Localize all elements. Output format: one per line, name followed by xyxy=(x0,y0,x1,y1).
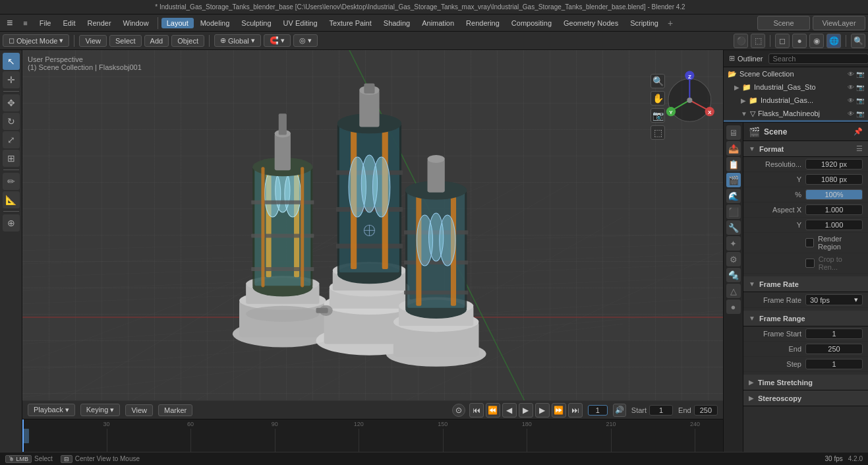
audio-toggle[interactable]: 🔊 xyxy=(613,404,626,417)
render-icon-0[interactable]: 📷 xyxy=(856,84,864,91)
frame-range-section-header[interactable]: ▼ Frame Range xyxy=(743,311,868,326)
aspect-x-value[interactable]: 1.000 xyxy=(805,204,863,215)
workspace-sculpting[interactable]: Sculpting xyxy=(236,18,276,28)
render-btn[interactable]: 🌐 xyxy=(826,34,841,48)
frame-rate-section-header[interactable]: ▼ Frame Rate xyxy=(743,276,868,292)
end-frame-value[interactable]: 250 xyxy=(694,405,718,416)
next-keyframe-button[interactable]: ⏩ xyxy=(552,403,566,418)
constraints-props-tab[interactable]: 🔩 xyxy=(726,268,741,282)
vis-icon-2[interactable]: 👁 xyxy=(848,110,854,117)
aspect-y-value[interactable]: 1.000 xyxy=(805,220,863,230)
render-region-checkbox[interactable] xyxy=(805,238,814,247)
workspace-uv-editing[interactable]: UV Editing xyxy=(278,18,323,28)
playback-menu[interactable]: Playback ▾ xyxy=(28,404,75,416)
jump-start-button[interactable]: ⏮ xyxy=(469,403,484,418)
props-pin-button[interactable]: 📌 xyxy=(854,127,863,136)
workspace-layout[interactable]: Layout xyxy=(161,18,194,28)
prev-keyframe-button[interactable]: ⏪ xyxy=(486,403,500,418)
scene-props-tab[interactable]: 🎬 xyxy=(726,173,741,187)
workspace-animation[interactable]: Animation xyxy=(417,18,459,28)
outliner-item-industrial-gas2[interactable]: ▶ 📁 Industrial_Gas... 👁 📷 xyxy=(724,94,868,107)
vis-icon-1[interactable]: 👁 xyxy=(848,97,854,104)
add-workspace-button[interactable]: + xyxy=(665,18,676,28)
physics-props-tab[interactable]: ⚙ xyxy=(726,252,741,266)
particles-props-tab[interactable]: ✦ xyxy=(726,236,741,251)
menu-edit[interactable]: File xyxy=(34,18,57,28)
view-layer-props-tab[interactable]: 📋 xyxy=(726,157,741,171)
outliner-render-icon[interactable]: 📷 xyxy=(856,71,864,78)
outliner-item-industrial-gas-sto[interactable]: ▶ 📁 Industrial_Gas_Sto 👁 📷 xyxy=(724,80,868,94)
outliner-visibility-icon[interactable]: 👁 xyxy=(848,71,854,78)
resolution-pct-value[interactable]: 100% xyxy=(805,189,863,200)
proportional-edit[interactable]: ◎ ▾ xyxy=(293,34,318,47)
xray-toggle[interactable]: ⬚ xyxy=(751,34,765,48)
workspace-scripting[interactable]: Scripting xyxy=(625,18,664,28)
object-menu[interactable]: Object xyxy=(171,35,204,47)
search-btn[interactable]: 🔍 xyxy=(851,34,865,48)
menu-blender[interactable]: ≡ xyxy=(3,17,16,29)
workspace-modeling[interactable]: Modeling xyxy=(195,18,235,28)
frame-start-value[interactable]: 1 xyxy=(805,328,863,339)
material-props-tab[interactable]: ● xyxy=(726,299,741,314)
data-props-tab[interactable]: △ xyxy=(726,284,741,298)
pan-icon[interactable]: ✋ xyxy=(651,91,665,106)
add-menu[interactable]: Add xyxy=(144,35,169,47)
mode-selector[interactable]: ◻ Object Mode ▾ xyxy=(3,34,69,47)
scale-tool[interactable]: ⤢ xyxy=(3,131,20,148)
workspace-geometry-nodes[interactable]: Geometry Nodes xyxy=(558,18,623,28)
marker-menu[interactable]: Marker xyxy=(158,404,192,416)
resolution-y-value[interactable]: 1080 px xyxy=(805,174,863,185)
cursor-tool[interactable]: ✛ xyxy=(3,71,20,88)
viewport-3d[interactable]: Z X Y xyxy=(22,50,723,400)
select-tool[interactable]: ↖ xyxy=(3,53,20,70)
menu-window[interactable]: Render xyxy=(82,18,116,28)
workspace-rendering[interactable]: Rendering xyxy=(461,18,505,28)
select-menu[interactable]: Select xyxy=(109,35,142,47)
frame-end-value[interactable]: 250 xyxy=(805,344,863,354)
scene-selector[interactable]: Scene xyxy=(757,16,810,30)
overlay-toggle[interactable]: ⚫ xyxy=(734,34,748,48)
render-icon[interactable]: ⬚ xyxy=(651,125,665,140)
render-icon-1[interactable]: 📷 xyxy=(856,97,864,104)
material-btn[interactable]: ◉ xyxy=(809,34,824,48)
playhead[interactable] xyxy=(22,419,24,452)
output-props-tab[interactable]: 📤 xyxy=(726,141,741,156)
menu-help[interactable]: Window xyxy=(118,18,154,28)
wireframe-btn[interactable]: ◻ xyxy=(775,34,790,48)
move-tool[interactable]: ✥ xyxy=(3,94,20,111)
view-menu[interactable]: View xyxy=(79,35,107,47)
modifier-props-tab[interactable]: 🔧 xyxy=(726,220,741,235)
time-stretching-header[interactable]: ▶ Time Stretching xyxy=(743,375,868,390)
transform-tool[interactable]: ⊞ xyxy=(3,150,20,167)
step-back-button[interactable]: ◀ xyxy=(502,403,517,418)
menu-file[interactable]: ≡ xyxy=(18,18,32,28)
snap-toggle[interactable]: 🧲 ▾ xyxy=(264,34,291,47)
solid-btn[interactable]: ● xyxy=(792,34,807,48)
resolution-x-value[interactable]: 1920 px xyxy=(805,159,863,170)
current-frame-field[interactable]: 1 xyxy=(588,405,608,416)
zoom-icon[interactable]: 🔍 xyxy=(651,74,665,88)
object-props-tab[interactable]: ⬛ xyxy=(726,204,741,219)
rotate-tool[interactable]: ↻ xyxy=(3,113,20,130)
timeline-ruler[interactable]: 1 30 60 90 120 150 180 210 240 xyxy=(22,419,723,452)
crop-render-checkbox[interactable] xyxy=(805,259,815,268)
jump-end-button[interactable]: ⏭ xyxy=(568,403,583,418)
menu-render[interactable]: Edit xyxy=(58,18,81,28)
format-section-header[interactable]: ▼ Format ☰ xyxy=(743,141,868,157)
play-button[interactable]: ▶ xyxy=(519,403,533,418)
add-primitive-tool[interactable]: ⊕ xyxy=(3,214,20,232)
render-icon-2[interactable]: 📷 xyxy=(856,110,864,117)
workspace-shading[interactable]: Shading xyxy=(378,18,415,28)
keying-menu[interactable]: Keying ▾ xyxy=(80,404,121,416)
step-value[interactable]: 1 xyxy=(805,359,863,369)
camera-view-icon[interactable]: 📷 xyxy=(651,108,665,123)
view-layer-selector[interactable]: ViewLayer xyxy=(813,16,865,30)
measure-tool[interactable]: 📐 xyxy=(3,191,20,208)
transform-orientation[interactable]: ⊕ Global ▾ xyxy=(214,34,261,47)
outliner-search[interactable] xyxy=(768,53,868,64)
outliner-item-flasks-machineobj[interactable]: ▼ ▽ Flasks_Machineobj 👁 📷 xyxy=(724,107,868,120)
step-forward-button[interactable]: ▶ xyxy=(535,403,550,418)
vis-icon-0[interactable]: 👁 xyxy=(848,84,854,91)
workspace-compositing[interactable]: Compositing xyxy=(506,18,557,28)
start-frame-value[interactable]: 1 xyxy=(649,405,673,416)
